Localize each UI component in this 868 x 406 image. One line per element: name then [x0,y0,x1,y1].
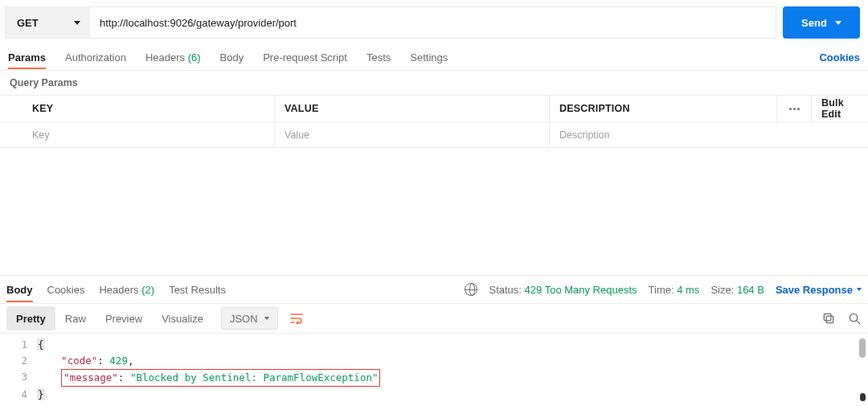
svg-rect-1 [824,314,831,321]
status-label: Status: 429 Too Many Requests [489,284,637,296]
http-method-value: GET [17,17,39,29]
response-body[interactable]: 1{ 2 "code": 429, 3 "message": "Blocked … [0,334,868,406]
col-key: KEY [0,96,275,121]
cookies-link[interactable]: Cookies [819,51,860,64]
url-input[interactable]: http://localhost:9026/gateway/provider/p… [90,6,776,39]
fmt-preview[interactable]: Preview [96,306,152,330]
description-input[interactable]: Description [550,122,868,147]
table-header-row: KEY VALUE DESCRIPTION Bulk Edit [0,96,868,121]
scrollbar-thumb[interactable] [859,338,866,358]
url-text: http://localhost:9026/gateway/provider/p… [100,17,297,29]
svg-point-2 [850,314,857,321]
fmt-pretty[interactable]: Pretty [6,306,55,330]
send-button[interactable]: Send [783,6,860,39]
resp-tab-test-results[interactable]: Test Results [169,278,226,301]
tab-tests[interactable]: Tests [366,47,391,68]
chevron-down-icon [74,21,80,25]
fmt-visualize[interactable]: Visualize [152,306,213,330]
value-input[interactable]: Value [275,122,550,147]
query-params-title: Query Params [0,71,868,95]
key-input[interactable]: Key [0,122,275,147]
col-value: VALUE [275,96,550,121]
more-options-button[interactable] [776,96,812,121]
wrap-lines-icon[interactable] [286,308,307,329]
highlighted-error-line: "message": "Blocked by Sentinel: ParamFl… [61,369,380,387]
time-label: Time: 4 ms [649,284,700,296]
chevron-down-icon [857,288,862,291]
resp-tab-headers[interactable]: Headers (2) [99,278,154,301]
globe-icon[interactable] [465,283,477,296]
language-dropdown[interactable]: JSON [221,307,278,330]
tab-settings[interactable]: Settings [410,47,448,68]
chevron-down-icon [835,21,841,25]
tab-body[interactable]: Body [220,47,244,68]
copy-icon[interactable] [821,311,836,326]
table-row: Key Value Description [0,121,868,147]
response-tabs: Body Cookies Headers (2) Test Results St… [0,276,868,303]
chevron-down-icon [264,317,269,320]
col-description: DESCRIPTION [550,96,776,121]
request-tabs: Params Authorization Headers (6) Body Pr… [0,45,868,71]
send-label: Send [801,17,827,29]
svg-rect-0 [826,316,833,323]
tab-headers[interactable]: Headers (6) [145,47,201,68]
resp-tab-cookies[interactable]: Cookies [47,278,85,301]
save-response-button[interactable]: Save Response [776,284,862,296]
search-icon[interactable] [847,311,862,326]
fmt-raw[interactable]: Raw [55,306,96,330]
tab-prerequest[interactable]: Pre-request Script [263,47,347,68]
size-label: Size: 164 B [710,284,764,296]
tab-params[interactable]: Params [8,47,46,69]
format-bar: Pretty Raw Preview Visualize JSON [0,303,868,334]
http-method-dropdown[interactable]: GET [5,6,90,39]
bulk-edit-button[interactable]: Bulk Edit [812,96,868,121]
cursor-icon [860,393,866,401]
params-table: KEY VALUE DESCRIPTION Bulk Edit Key Valu… [0,95,868,148]
resp-tab-body[interactable]: Body [6,278,33,302]
tab-authorization[interactable]: Authorization [65,47,126,68]
